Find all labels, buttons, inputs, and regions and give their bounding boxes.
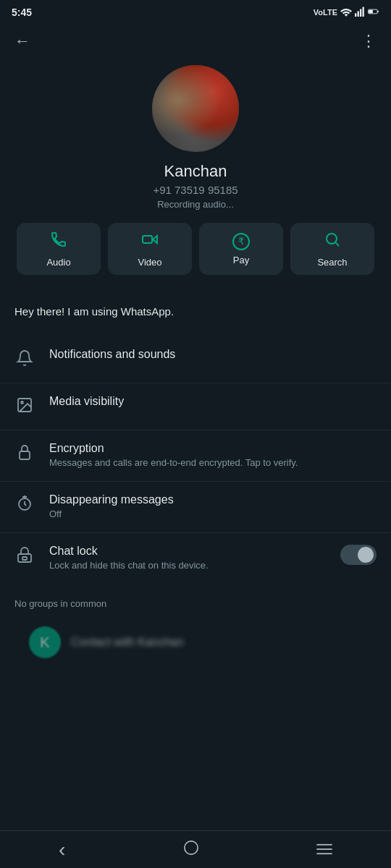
- svg-point-12: [21, 401, 23, 404]
- nav-back-button[interactable]: ‹: [44, 833, 80, 867]
- svg-rect-13: [20, 451, 30, 459]
- audio-button[interactable]: Audio: [17, 223, 101, 275]
- pay-button[interactable]: ₹ Pay: [199, 223, 283, 275]
- disappearing-item[interactable]: Disappearing messages Off: [0, 482, 391, 533]
- signal-icon: [355, 7, 365, 18]
- disappearing-subtitle: Off: [49, 508, 377, 521]
- about-text: Hey there! I am using WhatsApp.: [14, 304, 377, 320]
- bottom-nav: ‹: [0, 830, 391, 868]
- svg-marker-8: [153, 236, 157, 243]
- pay-label: Pay: [233, 255, 249, 265]
- svg-rect-3: [363, 7, 364, 17]
- svg-rect-16: [22, 557, 27, 560]
- bell-icon: [14, 349, 35, 371]
- battery-icon: [368, 7, 379, 18]
- chatlock-subtitle: Lock and hide this chat on this device.: [49, 559, 326, 572]
- media-item[interactable]: Media visibility: [0, 383, 391, 430]
- audio-label: Audio: [46, 257, 70, 268]
- svg-point-17: [184, 841, 197, 854]
- bottom-contact-item[interactable]: K Contact with Kanchan: [14, 619, 377, 665]
- svg-point-9: [327, 234, 337, 244]
- volte-icon: VoLTE: [314, 8, 337, 17]
- status-bar: 5:45 VoLTE: [0, 0, 391, 23]
- media-content: Media visibility: [49, 395, 377, 409]
- wifi-icon: [340, 7, 352, 18]
- status-icons: VoLTE: [314, 7, 379, 18]
- chatlock-icon: [14, 546, 35, 568]
- disappearing-content: Disappearing messages Off: [49, 493, 377, 521]
- svg-rect-0: [355, 13, 356, 17]
- notifications-title: Notifications and sounds: [49, 348, 377, 361]
- search-label: Search: [317, 257, 347, 268]
- lock-icon: [14, 443, 35, 465]
- profile-section: Kanchan +91 73519 95185 Recording audio.…: [0, 59, 391, 289]
- svg-rect-7: [143, 236, 152, 243]
- notifications-item[interactable]: Notifications and sounds: [0, 336, 391, 383]
- encryption-item[interactable]: Encryption Messages and calls are end-to…: [0, 430, 391, 482]
- settings-list: Notifications and sounds Media visibilit…: [0, 336, 391, 584]
- status-time: 5:45: [12, 7, 32, 18]
- bottom-contact-initial: K: [40, 634, 49, 651]
- nav-menu-button[interactable]: [302, 835, 347, 865]
- encryption-title: Encryption: [49, 442, 377, 455]
- search-button[interactable]: Search: [290, 223, 374, 275]
- chatlock-content: Chat lock Lock and hide this chat on thi…: [49, 545, 326, 572]
- avatar[interactable]: [152, 65, 239, 152]
- back-button[interactable]: ←: [12, 29, 33, 54]
- action-buttons: Audio Video ₹ Pay Sear: [12, 223, 379, 275]
- toggle-knob: [358, 547, 374, 563]
- pay-icon: ₹: [232, 233, 250, 250]
- svg-rect-5: [369, 10, 373, 14]
- chatlock-item[interactable]: Chat lock Lock and hide this chat on thi…: [0, 533, 391, 584]
- chatlock-toggle-container: [340, 545, 377, 565]
- top-nav: ← ⋮: [0, 23, 391, 59]
- about-section: Hey there! I am using WhatsApp.: [0, 289, 391, 328]
- svg-rect-2: [360, 9, 361, 17]
- search-icon: [324, 231, 341, 252]
- nav-home-button[interactable]: [169, 834, 214, 866]
- no-groups-label: No groups in common: [14, 598, 377, 609]
- timer-icon: [14, 495, 35, 516]
- chatlock-title: Chat lock: [49, 545, 326, 558]
- video-label: Video: [138, 257, 161, 268]
- encryption-subtitle: Messages and calls are end-to-end encryp…: [49, 456, 377, 469]
- more-options-button[interactable]: ⋮: [358, 29, 379, 54]
- contact-status: Recording audio...: [157, 199, 234, 210]
- media-title: Media visibility: [49, 395, 377, 408]
- audio-icon: [50, 231, 67, 252]
- svg-rect-6: [377, 11, 379, 12]
- video-icon: [141, 231, 159, 252]
- no-groups-section: No groups in common K Contact with Kanch…: [0, 584, 391, 673]
- contact-phone: +91 73519 95185: [153, 184, 237, 196]
- bottom-contact-name: Contact with Kanchan: [71, 636, 184, 649]
- contact-name: Kanchan: [164, 162, 227, 181]
- video-button[interactable]: Video: [108, 223, 192, 275]
- svg-line-10: [336, 242, 339, 245]
- media-icon: [14, 396, 35, 418]
- chatlock-toggle[interactable]: [340, 545, 377, 565]
- notifications-content: Notifications and sounds: [49, 348, 377, 362]
- svg-rect-1: [358, 11, 359, 17]
- svg-rect-15: [18, 554, 31, 562]
- encryption-content: Encryption Messages and calls are end-to…: [49, 442, 377, 469]
- disappearing-title: Disappearing messages: [49, 493, 377, 506]
- bottom-contact-avatar: K: [29, 626, 61, 658]
